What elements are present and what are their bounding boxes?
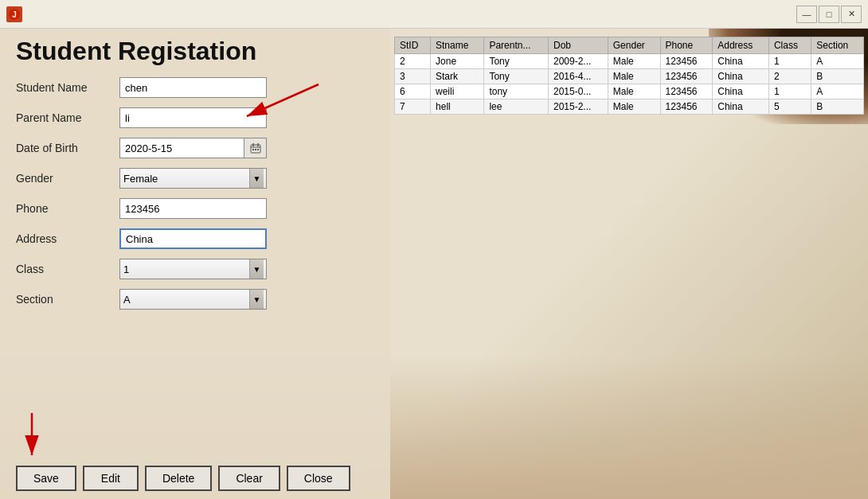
address-row: Address: [16, 228, 374, 249]
table-row[interactable]: 6weilitony2015-0...Male123456China1A: [395, 84, 864, 99]
calendar-button[interactable]: [244, 138, 267, 158]
calendar-icon: [250, 143, 261, 154]
section-label: Section: [16, 293, 119, 306]
col-stname: Stname: [431, 37, 484, 54]
svg-line-3: [247, 84, 319, 116]
table-cell: China: [713, 84, 769, 99]
col-section: Section: [811, 37, 864, 54]
gender-select-wrapper: Female Male ▼: [119, 168, 267, 189]
class-select[interactable]: 1 2 3 4 5: [119, 259, 267, 279]
app-icon: J: [6, 6, 22, 22]
main-window: J — □ ✕ Stud: [0, 0, 868, 499]
dob-input[interactable]: [119, 138, 244, 158]
dob-label: Date of Birth: [16, 142, 119, 154]
table-cell: Stark: [431, 69, 484, 84]
clear-button[interactable]: Clear: [218, 466, 280, 491]
dob-row: Date of Birth: [16, 138, 374, 158]
table-body: 2JoneTony2009-2...Male123456China1A3Star…: [395, 54, 864, 115]
table-cell: 2015-0...: [548, 84, 608, 99]
edit-button[interactable]: Edit: [83, 466, 139, 491]
table-header: StID Stname Parentn... Dob Gender Phone …: [395, 37, 864, 54]
table-cell: A: [811, 54, 864, 69]
table-cell: China: [713, 69, 769, 84]
table-cell: China: [713, 99, 769, 115]
table-cell: Jone: [431, 54, 484, 69]
table-cell: Male: [608, 99, 660, 115]
table-cell: 2016-4...: [548, 69, 608, 84]
main-content: Student Registation Student Name Parent …: [0, 29, 868, 499]
arrow-svg-form: [239, 76, 334, 124]
student-table: StID Stname Parentn... Dob Gender Phone …: [394, 37, 864, 115]
delete-button[interactable]: Delete: [145, 466, 212, 491]
table-row[interactable]: 2JoneTony2009-2...Male123456China1A: [395, 54, 864, 69]
address-input[interactable]: [119, 228, 267, 249]
table-panel: StID Stname Parentn... Dob Gender Phone …: [390, 29, 868, 499]
address-label: Address: [16, 232, 119, 245]
table-cell: 1: [768, 54, 811, 69]
section-select[interactable]: A B C: [119, 289, 267, 310]
titlebar: J — □ ✕: [0, 0, 868, 29]
button-row: Save Edit Delete Clear Close: [16, 466, 350, 491]
phone-input[interactable]: [119, 198, 267, 219]
parent-name-label: Parent Name: [16, 111, 119, 124]
col-stid: StID: [395, 37, 431, 54]
col-dob: Dob: [548, 37, 608, 54]
dob-wrapper: [119, 138, 267, 158]
phone-row: Phone: [16, 198, 374, 219]
gender-select[interactable]: Female Male: [119, 168, 267, 189]
table-cell: 123456: [660, 84, 713, 99]
student-name-label: Student Name: [16, 81, 119, 94]
col-parent: Parentn...: [484, 37, 549, 54]
table-cell: 123456: [660, 69, 713, 84]
table-cell: lee: [484, 99, 549, 115]
gender-row: Gender Female Male ▼: [16, 168, 374, 189]
class-select-wrapper: 1 2 3 4 5 ▼: [119, 259, 267, 279]
table-cell: B: [811, 99, 864, 115]
table-cell: 123456: [660, 99, 713, 115]
phone-label: Phone: [16, 202, 119, 215]
table-cell: weili: [431, 84, 484, 99]
table-cell: Tony: [484, 69, 549, 84]
svg-rect-8: [252, 149, 254, 150]
col-phone: Phone: [660, 37, 713, 54]
col-gender: Gender: [608, 37, 660, 54]
table-cell: A: [811, 84, 864, 99]
titlebar-controls: — □ ✕: [796, 6, 862, 23]
col-class: Class: [768, 37, 811, 54]
class-label: Class: [16, 263, 119, 275]
table-cell: 2: [768, 69, 811, 84]
minimize-button[interactable]: —: [796, 6, 817, 23]
table-cell: 2015-2...: [548, 99, 608, 115]
table-cell: Male: [608, 69, 660, 84]
app-title: Student Registation: [16, 37, 374, 66]
table-cell: B: [811, 69, 864, 84]
arrow-to-table: [239, 76, 334, 127]
section-select-wrapper: A B C ▼: [119, 289, 267, 310]
titlebar-left: J: [6, 6, 22, 22]
maximize-button[interactable]: □: [819, 6, 839, 23]
table-row[interactable]: 7helllee2015-2...Male123456China5B: [395, 99, 864, 115]
table-cell: China: [713, 54, 769, 69]
table-cell: hell: [431, 99, 484, 115]
class-row: Class 1 2 3 4 5 ▼: [16, 259, 374, 279]
save-button[interactable]: Save: [16, 466, 76, 491]
table-cell: 6: [395, 84, 431, 99]
table-cell: tony: [484, 84, 549, 99]
table-cell: 2: [395, 54, 431, 69]
header-row: StID Stname Parentn... Dob Gender Phone …: [395, 37, 864, 54]
svg-rect-10: [257, 149, 259, 150]
close-window-button[interactable]: ✕: [841, 6, 862, 23]
arrow-save-svg: [8, 409, 56, 465]
gender-label: Gender: [16, 172, 119, 185]
table-cell: 5: [768, 99, 811, 115]
table-cell: 1: [768, 84, 811, 99]
close-button[interactable]: Close: [287, 466, 350, 491]
table-cell: 3: [395, 69, 431, 84]
table-row[interactable]: 3StarkTony2016-4...Male123456China2B: [395, 69, 864, 84]
table-cell: Tony: [484, 54, 549, 69]
arrow-to-save: [8, 409, 56, 467]
col-address: Address: [713, 37, 769, 54]
table-cell: 2009-2...: [548, 54, 608, 69]
svg-rect-9: [255, 149, 256, 150]
table-cell: 7: [395, 99, 431, 115]
